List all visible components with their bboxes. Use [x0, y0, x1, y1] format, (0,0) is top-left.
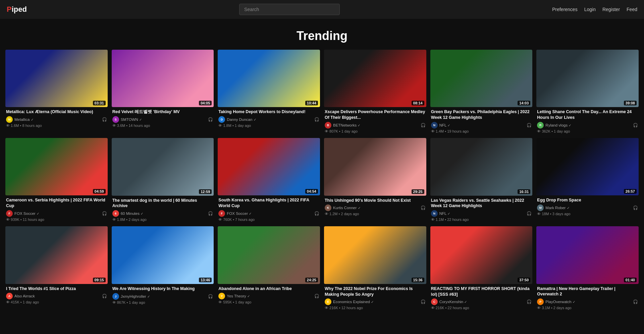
- thumbnail: 15:36: [324, 226, 426, 284]
- video-info: South Korea vs. Ghana Highlights | 2022 …: [218, 195, 320, 222]
- video-meta: 👁 3.1M • 2 days ago: [537, 306, 638, 310]
- video-card[interactable]: 01:40 Ramattra | New Hero Gameplay Trail…: [536, 226, 639, 311]
- video-card[interactable]: 37:50 REACTING TO MY FIRST HORROR SHORT …: [430, 226, 533, 311]
- channel-left: 6 60 Minutes ✓: [112, 210, 143, 217]
- headphone-icon[interactable]: 🎧: [421, 205, 426, 210]
- video-title: South Korea vs. Ghana Highlights | 2022 …: [218, 197, 319, 209]
- view-count: 👁 1.2M • 2 days ago: [325, 212, 359, 216]
- duration-badge: 04:05: [199, 101, 212, 105]
- search-input[interactable]: [239, 4, 340, 15]
- video-card[interactable]: 04:05 Red Velvet 레드벨벳 'Birthday' MV S SM…: [112, 50, 214, 134]
- video-meta: 👁 18M • 3 days ago: [537, 212, 638, 216]
- duration-badge: 24:25: [305, 278, 318, 282]
- view-count: 👁 1.1M • 22 hours ago: [431, 218, 469, 222]
- headphone-icon[interactable]: 🎧: [208, 294, 213, 299]
- channel-name: Kurtis Conner ✓: [333, 206, 361, 210]
- headphone-icon[interactable]: 🎧: [633, 205, 638, 210]
- video-info: I Tried The Worlds #1 Slice of Pizza A A…: [5, 284, 108, 305]
- headphone-icon[interactable]: 🎧: [208, 211, 213, 216]
- headphone-icon[interactable]: 🎧: [314, 117, 319, 122]
- login-link[interactable]: Login: [584, 7, 596, 12]
- headphone-icon[interactable]: 🎧: [102, 294, 107, 298]
- channel-name: FOX Soccer ✓: [14, 211, 39, 216]
- headphone-icon[interactable]: 🎧: [421, 299, 426, 304]
- duration-badge: 29:25: [412, 189, 424, 194]
- video-card[interactable]: 08:14 Xscape Delivers Powerhouse Perform…: [324, 50, 426, 134]
- duration-badge: 37:50: [518, 278, 530, 282]
- feed-link[interactable]: Feed: [627, 7, 637, 12]
- video-card[interactable]: 15:36 Why The 2022 Nobel Prize For Econo…: [324, 226, 426, 311]
- channel-row: F FOX Soccer ✓ 🎧: [6, 210, 107, 217]
- video-card[interactable]: 16:31 Las Vegas Raiders vs. Seattle Seah…: [430, 138, 533, 222]
- headphone-icon[interactable]: 🎧: [421, 123, 426, 128]
- headphone-icon[interactable]: 🎧: [633, 123, 638, 128]
- video-card[interactable]: 03:31 Metallica: Lux Æterna (Official Mu…: [5, 50, 108, 134]
- headphone-icon[interactable]: 🎧: [314, 211, 319, 216]
- nav-links: Preferences Login Register Feed: [552, 7, 637, 12]
- video-title: Xscape Delivers Powerhouse Performance M…: [325, 109, 426, 121]
- channel-row: M Mark Rober ✓ 🎧: [537, 204, 638, 211]
- channel-left: N NFL ✓: [431, 122, 450, 129]
- avatar: 6: [112, 210, 119, 217]
- video-meta: 👁 1.4M • 19 hours ago: [431, 129, 532, 133]
- avatar: K: [325, 204, 331, 211]
- video-card[interactable]: 09:15 I Tried The Worlds #1 Slice of Piz…: [5, 226, 108, 311]
- view-count: 👁 1.8M • 2 days ago: [112, 218, 147, 222]
- headphone-icon[interactable]: 🎧: [102, 117, 107, 122]
- headphone-icon[interactable]: 🎧: [314, 294, 319, 298]
- channel-row: D Danny Duncan ✓ 🎧: [218, 116, 319, 123]
- duration-badge: 15:36: [412, 278, 424, 282]
- video-meta: 👁 216K • 12 hours ago: [325, 306, 426, 310]
- headphone-icon[interactable]: 🎧: [527, 299, 532, 304]
- video-title: Green Bay Packers vs. Philadelphia Eagle…: [431, 109, 532, 121]
- channel-left: M Mark Rober ✓: [537, 204, 569, 211]
- video-card[interactable]: 29:25 This Unhinged 90's Movie Should No…: [324, 138, 426, 222]
- headphone-icon[interactable]: 🎧: [527, 123, 532, 128]
- channel-row: P PlayOverwatch ✓ 🎧: [537, 298, 638, 305]
- duration-badge: 01:40: [624, 278, 637, 282]
- channel-left: Y Yes Theory ✓: [218, 293, 250, 299]
- video-card[interactable]: 10:44 Taking Home Depot Workers to Disne…: [218, 50, 320, 134]
- video-card[interactable]: 12:59 The smartest dog in the world | 60…: [112, 138, 214, 222]
- channel-left: N NFL ✓: [431, 210, 450, 217]
- register-link[interactable]: Register: [602, 7, 620, 12]
- channel-row: N NFL ✓ 🎧: [431, 210, 532, 217]
- channel-name: Yes Theory ✓: [227, 294, 250, 298]
- video-card[interactable]: 14:03 Green Bay Packers vs. Philadelphia…: [430, 50, 533, 134]
- video-card[interactable]: 24:25 Abandoned Alone in an African Trib…: [218, 226, 320, 311]
- video-title: Metallica: Lux Æterna (Official Music Vi…: [6, 109, 107, 115]
- avatar: D: [218, 116, 225, 123]
- verified-icon: ✓: [141, 212, 143, 216]
- view-count: 👁 939K • 11 hours ago: [6, 218, 44, 222]
- video-title: We Are Witnessing History In The Making: [112, 286, 213, 292]
- verified-icon: ✓: [567, 206, 570, 210]
- channel-left: F FOX Soccer ✓: [218, 210, 252, 217]
- logo[interactable]: Piped: [7, 5, 27, 14]
- page-title: Trending: [0, 19, 644, 50]
- video-card[interactable]: 04:54 South Korea vs. Ghana Highlights |…: [218, 138, 320, 222]
- channel-name: Economics Explained ✓: [333, 300, 374, 304]
- video-card[interactable]: 04:59 Cameroon vs. Serbia Highlights | 2…: [5, 138, 108, 222]
- video-card[interactable]: 13:46 We Are Witnessing History In The M…: [112, 226, 214, 311]
- video-info: Abandoned Alone in an African Tribe Y Ye…: [218, 284, 320, 305]
- video-info: This Unhinged 90's Movie Should Not Exis…: [324, 196, 426, 217]
- video-title: Egg Drop From Space: [537, 197, 638, 203]
- headphone-icon[interactable]: 🎧: [633, 299, 638, 304]
- view-count: 👁 216K • 12 hours ago: [325, 306, 363, 310]
- preferences-link[interactable]: Preferences: [552, 7, 577, 12]
- thumbnail: 14:03: [430, 50, 533, 107]
- video-info: Green Bay Packers vs. Philadelphia Eagle…: [430, 107, 533, 134]
- video-info: Why The 2022 Nobel Prize For Economics I…: [324, 284, 426, 311]
- channel-row: Y Yes Theory ✓ 🎧: [218, 293, 319, 299]
- video-meta: 👁 1.8M • 1 day ago: [218, 124, 319, 128]
- headphone-icon[interactable]: 🎧: [208, 117, 213, 122]
- video-title: Cameroon vs. Serbia Highlights | 2022 FI…: [6, 197, 107, 209]
- headphone-icon[interactable]: 🎧: [102, 211, 107, 216]
- view-count: 👁 807K • 1 day ago: [325, 129, 358, 133]
- headphone-icon[interactable]: 🎧: [527, 211, 532, 216]
- avatar: E: [325, 298, 331, 305]
- video-title: Taking Home Depot Workers to Disneyland!: [218, 109, 319, 115]
- verified-icon: ✓: [249, 212, 252, 216]
- video-card[interactable]: 26:57 Egg Drop From Space M Mark Rober ✓…: [536, 138, 639, 222]
- video-card[interactable]: 39:08 Letting Shane Control The Day... A…: [536, 50, 639, 134]
